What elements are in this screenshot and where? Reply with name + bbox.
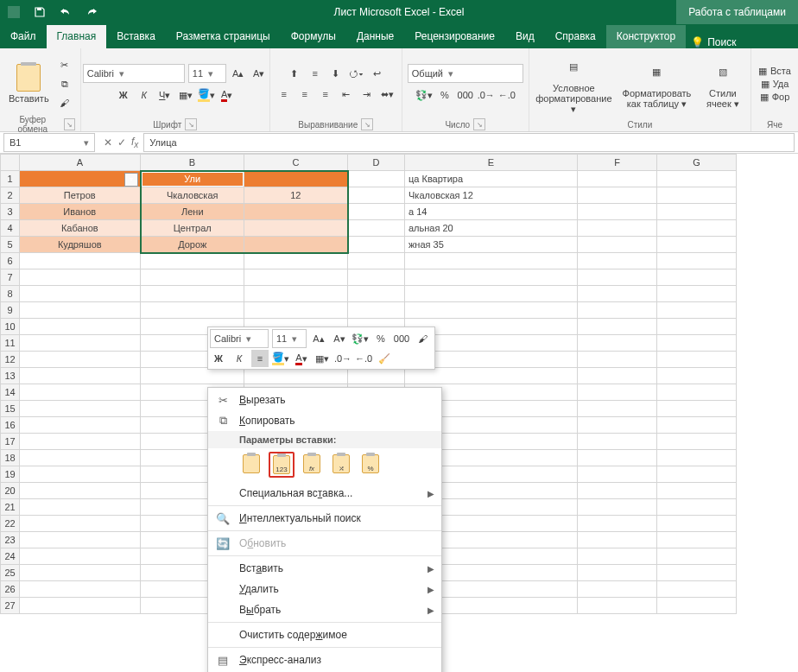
cell[interactable] xyxy=(578,548,657,565)
row-header[interactable]: 7 xyxy=(1,269,20,286)
cell[interactable] xyxy=(578,204,657,220)
mini-comma-icon[interactable]: 000 xyxy=(393,330,410,347)
cell[interactable] xyxy=(244,253,348,269)
cell[interactable] xyxy=(20,598,141,614)
row-header[interactable]: 15 xyxy=(1,401,20,417)
cell[interactable] xyxy=(657,237,737,253)
tell-me[interactable]: 💡Поиск xyxy=(691,36,736,48)
cell[interactable]: Иванов xyxy=(20,204,141,220)
cell[interactable] xyxy=(348,171,405,187)
cell[interactable] xyxy=(657,302,737,319)
save-icon[interactable] xyxy=(31,3,48,21)
paste-option-default[interactable] xyxy=(239,452,263,476)
cell[interactable] xyxy=(657,450,737,466)
row-header[interactable]: 16 xyxy=(1,417,20,434)
ctx-copy[interactable]: ⧉Копировать xyxy=(208,410,441,431)
cell[interactable] xyxy=(405,302,578,319)
ctx-smart-lookup[interactable]: 🔍Интеллектуальный поиск xyxy=(208,508,441,529)
system-menu-icon[interactable] xyxy=(5,3,22,21)
cell[interactable] xyxy=(244,204,348,220)
row-header[interactable]: 23 xyxy=(1,532,20,548)
cell[interactable] xyxy=(348,237,405,253)
cell[interactable] xyxy=(657,483,737,499)
format-cells-button[interactable]: ▦ Фор xyxy=(760,92,790,103)
cell[interactable] xyxy=(657,335,737,352)
ctx-paste-special[interactable]: Специальная вставка...▶ xyxy=(208,483,441,504)
cell[interactable] xyxy=(657,434,737,450)
cut-icon[interactable]: ✂ xyxy=(56,56,73,73)
paste-option-transpose[interactable]: ⤮ xyxy=(329,452,353,476)
cell[interactable] xyxy=(657,187,737,204)
cell[interactable] xyxy=(657,499,737,516)
dialog-launcher-icon[interactable]: ↘ xyxy=(473,118,485,130)
cell[interactable] xyxy=(20,368,141,384)
col-header[interactable]: E xyxy=(405,155,578,171)
cell[interactable] xyxy=(578,598,657,614)
wrap-text-icon[interactable]: ↩ xyxy=(369,65,386,82)
tab-file[interactable]: Файл xyxy=(0,25,47,48)
cell[interactable] xyxy=(578,565,657,581)
tab-data[interactable]: Данные xyxy=(346,25,404,48)
cell[interactable] xyxy=(348,286,405,302)
cell[interactable] xyxy=(578,302,657,319)
borders-icon[interactable]: ▦▾ xyxy=(177,86,194,104)
cell[interactable] xyxy=(657,368,737,384)
row-header[interactable]: 24 xyxy=(1,548,20,565)
cell[interactable]: Лени xyxy=(141,204,244,220)
cell[interactable] xyxy=(657,598,737,614)
font-name-select[interactable]: Calibri▾ xyxy=(83,64,185,83)
cell[interactable] xyxy=(20,532,141,548)
delete-cells-button[interactable]: ▦ Уда xyxy=(761,79,789,90)
align-top-icon[interactable]: ⬆ xyxy=(286,65,303,82)
ctx-select[interactable]: Выбрать▶ xyxy=(208,599,441,620)
row-header[interactable]: 22 xyxy=(1,516,20,532)
mini-inc-decimal-icon[interactable]: .0→ xyxy=(334,350,352,367)
cell[interactable]: жная 35 xyxy=(405,237,578,253)
cell[interactable] xyxy=(578,319,657,335)
cell[interactable] xyxy=(20,434,141,450)
cell[interactable] xyxy=(578,286,657,302)
cell[interactable] xyxy=(657,548,737,565)
cell[interactable] xyxy=(578,466,657,483)
font-size-select[interactable]: 11▾ xyxy=(188,64,226,83)
cell[interactable] xyxy=(20,548,141,565)
row-header[interactable]: 11 xyxy=(1,335,20,352)
align-center-icon[interactable]: ≡ xyxy=(296,86,314,103)
cell[interactable] xyxy=(20,286,141,302)
cell[interactable]: Кабанов xyxy=(20,220,141,237)
dec-decimal-icon[interactable]: ←.0 xyxy=(498,86,516,104)
shrink-font-icon[interactable]: A▾ xyxy=(250,65,268,82)
cell[interactable]: Дорож xyxy=(141,237,244,253)
ctx-delete[interactable]: Удалить▶ xyxy=(208,579,441,599)
redo-icon[interactable] xyxy=(83,3,100,21)
copy-icon[interactable]: ⧉ xyxy=(56,75,73,92)
cell[interactable] xyxy=(348,204,405,220)
row-header[interactable]: 27 xyxy=(1,598,20,614)
number-format-select[interactable]: Общий▾ xyxy=(408,64,523,83)
tab-formulas[interactable]: Формулы xyxy=(281,25,346,48)
cell[interactable] xyxy=(141,269,244,286)
mini-fill-color-icon[interactable]: 🪣▾ xyxy=(272,350,289,367)
dialog-launcher-icon[interactable]: ↘ xyxy=(185,118,197,130)
cell[interactable] xyxy=(348,269,405,286)
ctx-clear-contents[interactable]: Очистить содержимое xyxy=(208,624,441,645)
cell[interactable] xyxy=(578,187,657,204)
cell[interactable] xyxy=(578,401,657,417)
ctx-quick-analysis[interactable]: ▤Экспресс-анализ xyxy=(208,650,441,670)
row-header[interactable]: 3 xyxy=(1,204,20,220)
row-header[interactable]: 18 xyxy=(1,450,20,466)
fill-color-icon[interactable]: 🪣▾ xyxy=(198,86,215,104)
cell[interactable] xyxy=(578,220,657,237)
tab-home[interactable]: Главная xyxy=(47,25,107,48)
merge-icon[interactable]: ⬌▾ xyxy=(379,86,396,103)
cell[interactable] xyxy=(578,450,657,466)
cell[interactable] xyxy=(244,368,348,384)
tab-help[interactable]: Справка xyxy=(545,25,606,48)
col-header[interactable]: F xyxy=(578,155,657,171)
cell[interactable] xyxy=(657,352,737,368)
cell[interactable] xyxy=(578,335,657,352)
cell[interactable]: Чкаловская xyxy=(141,187,244,204)
cell[interactable]: 12 xyxy=(244,187,348,204)
cell[interactable] xyxy=(244,286,348,302)
cell[interactable] xyxy=(244,302,348,319)
